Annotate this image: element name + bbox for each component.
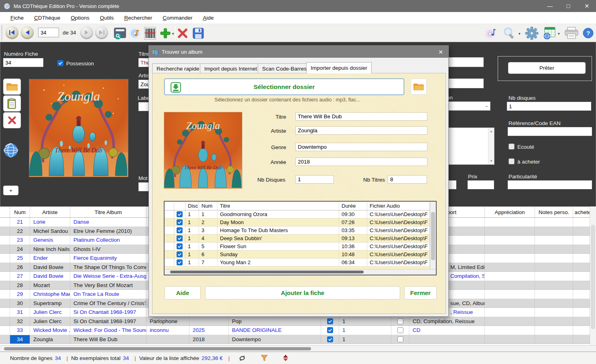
export-button[interactable] — [542, 26, 557, 40]
track-column-header-duree[interactable]: Durée — [339, 202, 367, 210]
menu-commander[interactable]: Commander — [163, 15, 192, 21]
possession-checkbox[interactable] — [327, 336, 333, 342]
next-record-button[interactable] — [80, 26, 93, 39]
a-acheter-checkbox[interactable] — [509, 158, 515, 164]
possession-checkbox[interactable] — [327, 318, 333, 324]
add-image-button[interactable]: + — [3, 186, 18, 195]
print-button[interactable] — [563, 26, 580, 40]
track-checkbox[interactable] — [177, 235, 183, 241]
dlg-artiste-input[interactable] — [295, 126, 427, 135]
ecoute-checkbox[interactable] — [397, 318, 403, 324]
audio-cd-button[interactable] — [484, 26, 498, 40]
column-header-a_acheter[interactable]: à acheter — [573, 207, 590, 217]
track-checkbox[interactable] — [177, 243, 183, 249]
track-column-header-fichier[interactable]: Fichier Audio — [367, 202, 430, 210]
track-checkbox[interactable] — [177, 259, 183, 265]
table-row[interactable]: 34ZounglaThere Will Be Dub2018Downtempo1 — [0, 335, 590, 344]
filter-icon[interactable] — [261, 355, 268, 362]
delete-record-button[interactable] — [177, 26, 189, 40]
scroll-up-icon[interactable]: ▲ — [490, 129, 493, 133]
dlg-nb-disques-input[interactable] — [295, 175, 334, 184]
notes-listbox[interactable]: ▲ ▼ — [445, 127, 494, 165]
track-checkbox[interactable] — [177, 251, 183, 257]
preter-button[interactable]: Prêter — [508, 62, 586, 74]
menu-aide[interactable]: Aide — [203, 15, 214, 21]
tracks-table-header[interactable]: DiscNumTitreDuréeFichier Audio — [165, 202, 436, 210]
ecoute-checkbox[interactable] — [509, 144, 515, 150]
track-column-header-num[interactable]: Num — [199, 202, 218, 210]
dlg-genre-input[interactable] — [295, 143, 427, 151]
menu-options[interactable]: Options — [71, 15, 90, 21]
dlg-nb-titres-input[interactable] — [388, 175, 427, 184]
tracks-hscrollbar-thumb[interactable] — [170, 271, 364, 273]
fermer-button[interactable]: Fermer — [404, 286, 437, 299]
zoom-caret-icon[interactable]: ▾ — [519, 32, 521, 36]
find-album-button[interactable] — [113, 26, 127, 40]
save-button[interactable] — [191, 26, 205, 40]
web-globe-icon[interactable] — [3, 143, 18, 158]
track-row[interactable]: 13Homage To The Dub Masters03:35C:\Users… — [165, 226, 436, 235]
browse-folder-button[interactable] — [411, 79, 427, 95]
dlg-annee-input[interactable] — [295, 158, 427, 166]
albums-table-vscrollbar[interactable] — [590, 206, 596, 345]
tab-importer-dossier[interactable]: Importer depuis dossier — [306, 62, 372, 73]
close-icon[interactable]: ✕ — [578, 0, 596, 12]
track-row[interactable]: 17Young Man 206:34C:\Users\User\Desktop\… — [165, 259, 436, 267]
tab-scan-code-barres[interactable]: Scan Code-Barres — [258, 63, 311, 73]
tracks-hscrollbar[interactable] — [165, 269, 436, 275]
track-row[interactable]: 14Deep Sea Dubbin'09:13C:\Users\User\Des… — [165, 235, 436, 243]
track-column-header-disc[interactable]: Disc — [185, 202, 199, 210]
numero-fiche-input[interactable] — [3, 58, 43, 67]
aide-button[interactable]: Aide — [165, 286, 201, 299]
column-header-notes[interactable]: Notes perso. — [535, 207, 573, 217]
minimize-icon[interactable]: — — [541, 0, 559, 12]
add-record-button[interactable] — [159, 26, 172, 40]
ajouter-fiche-button[interactable]: Ajouter la fiche — [205, 286, 400, 299]
column-header-rowsel[interactable] — [0, 207, 10, 217]
help-button[interactable]: ? — [582, 26, 594, 40]
column-header-artiste[interactable]: Artiste — [30, 207, 70, 217]
menu-fiche[interactable]: Fiche — [10, 15, 24, 21]
sort-icon[interactable] — [283, 354, 289, 362]
tab-recherche-rapide[interactable]: Recherche rapide — [152, 63, 204, 73]
zoom-button[interactable] — [502, 26, 517, 40]
select-folder-button[interactable]: Sélectionner dossier — [164, 79, 404, 95]
dlg-titre-input[interactable] — [295, 112, 427, 121]
barcode-button[interactable] — [143, 26, 157, 40]
dialog-close-icon[interactable]: ✕ — [436, 48, 445, 56]
possession-checkbox[interactable] — [327, 327, 333, 333]
tab-import-internet[interactable]: Import depuis Internet — [200, 63, 261, 73]
track-row[interactable]: 16Sunday10:48C:\Users\User\Desktop\F — [165, 251, 436, 259]
last-record-button[interactable] — [95, 26, 108, 39]
track-column-header-titre[interactable]: Titre — [218, 202, 339, 210]
paste-button[interactable] — [3, 95, 21, 111]
prix-input[interactable] — [468, 180, 494, 189]
tracks-vscrollbar[interactable] — [430, 202, 436, 269]
ecoute-checkbox[interactable] — [397, 327, 403, 333]
track-row[interactable]: 15Flower Sun10:36C:\Users\User\Desktop\F — [165, 243, 436, 251]
record-position-input[interactable] — [38, 28, 59, 37]
track-row[interactable]: 11Goodmorning Ozora09:30C:\Users\User\De… — [165, 210, 436, 218]
track-checkbox[interactable] — [177, 211, 183, 217]
table-row[interactable]: 33Wicked Movie ...Wicked: For Good - The… — [0, 326, 590, 335]
column-header-num[interactable]: Num — [10, 207, 30, 217]
possession-checkbox[interactable] — [57, 60, 63, 66]
menu-rechercher[interactable]: Rechercher — [124, 15, 152, 21]
menu-cdtheque[interactable]: CDThèque — [34, 15, 60, 21]
scroll-down-icon[interactable]: ▼ — [490, 159, 493, 163]
add-record-caret-icon[interactable]: ▾ — [172, 32, 174, 36]
track-checkbox[interactable] — [177, 227, 183, 233]
first-record-button[interactable] — [6, 26, 18, 39]
ecoute-checkbox[interactable] — [397, 336, 403, 342]
reference-input[interactable] — [508, 127, 592, 136]
listbox-scrollbar[interactable]: ▲ ▼ — [488, 128, 494, 164]
settings-button[interactable] — [525, 26, 539, 40]
menu-outils[interactable]: Outils — [100, 15, 114, 21]
particularite-input[interactable] — [508, 180, 592, 189]
nb-disques-input[interactable] — [507, 102, 591, 111]
delete-image-button[interactable] — [3, 112, 21, 128]
track-column-header-rowsel[interactable] — [165, 202, 174, 210]
horizontal-scrollbar[interactable] — [0, 345, 596, 352]
column-header-titre[interactable]: Titre Album — [70, 207, 146, 217]
horizontal-scrollbar-thumb[interactable] — [4, 347, 311, 350]
